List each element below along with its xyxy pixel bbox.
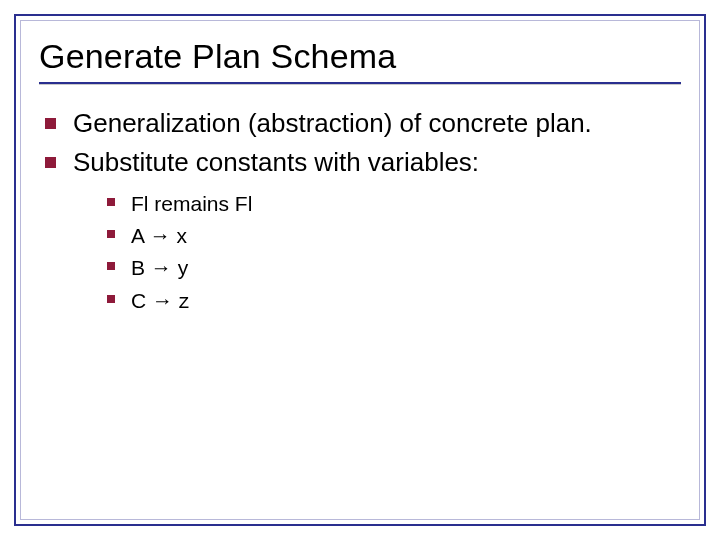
bullet-text: Generalization (abstraction) of concrete…: [73, 108, 592, 138]
outer-border: Generate Plan Schema Generalization (abs…: [14, 14, 706, 526]
square-bullet-icon: [107, 198, 115, 206]
sub-bullet-text: Fl remains Fl: [131, 192, 252, 215]
sub-bullet-item: C → z: [73, 287, 681, 315]
bullet-text: Substitute constants with variables:: [73, 147, 479, 177]
sub-bullet-item: A → x: [73, 222, 681, 250]
bullet-list: Generalization (abstraction) of concrete…: [39, 107, 681, 315]
square-bullet-icon: [107, 230, 115, 238]
slide-content: Generalization (abstraction) of concrete…: [39, 107, 681, 315]
square-bullet-icon: [45, 118, 56, 129]
title-underline: [39, 82, 681, 85]
sub-bullet-list: Fl remains Fl A → x B → y: [73, 190, 681, 315]
bullet-item: Substitute constants with variables: Fl …: [39, 146, 681, 315]
square-bullet-icon: [107, 262, 115, 270]
sub-bullet-text: C → z: [131, 289, 189, 312]
title-underline-shadow: [39, 84, 681, 85]
slide: Generate Plan Schema Generalization (abs…: [0, 0, 720, 540]
sub-bullet-text: B → y: [131, 256, 188, 279]
sub-bullet-text: A → x: [131, 224, 187, 247]
square-bullet-icon: [107, 295, 115, 303]
bullet-item: Generalization (abstraction) of concrete…: [39, 107, 681, 140]
inner-border: Generate Plan Schema Generalization (abs…: [20, 20, 700, 520]
slide-title: Generate Plan Schema: [39, 37, 681, 76]
sub-bullet-item: B → y: [73, 254, 681, 282]
title-underline-main: [39, 82, 681, 84]
sub-bullet-item: Fl remains Fl: [73, 190, 681, 218]
square-bullet-icon: [45, 157, 56, 168]
